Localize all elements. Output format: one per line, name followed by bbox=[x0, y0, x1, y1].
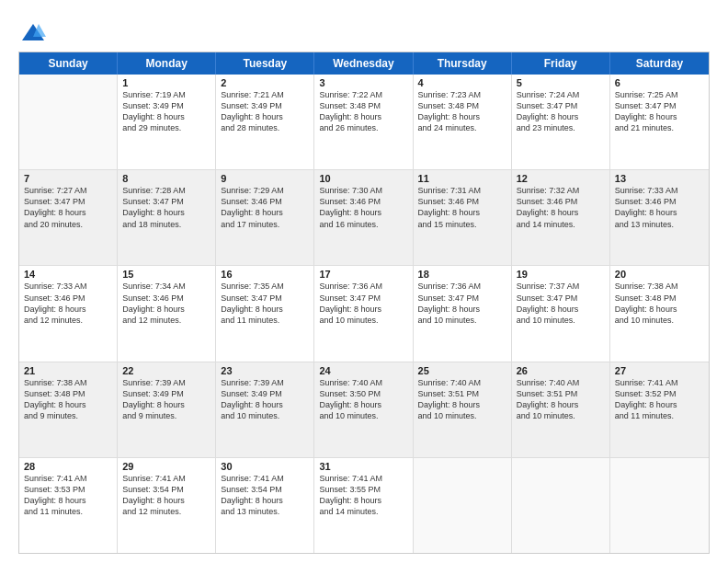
day-info: Sunrise: 7:36 AM Sunset: 3:47 PM Dayligh… bbox=[418, 281, 506, 326]
logo bbox=[18, 20, 46, 46]
day-info: Sunrise: 7:38 AM Sunset: 3:48 PM Dayligh… bbox=[24, 377, 112, 422]
cal-cell: 30Sunrise: 7:41 AM Sunset: 3:54 PM Dayli… bbox=[216, 458, 314, 553]
day-number: 18 bbox=[418, 269, 506, 280]
cal-cell bbox=[512, 458, 610, 553]
cal-week-1: 1Sunrise: 7:19 AM Sunset: 3:49 PM Daylig… bbox=[19, 75, 709, 170]
cal-cell bbox=[610, 458, 709, 553]
day-number: 2 bbox=[221, 77, 309, 88]
day-number: 14 bbox=[24, 269, 112, 280]
cal-cell: 20Sunrise: 7:38 AM Sunset: 3:48 PM Dayli… bbox=[610, 266, 709, 361]
cal-cell: 18Sunrise: 7:36 AM Sunset: 3:47 PM Dayli… bbox=[414, 266, 512, 361]
cal-header-sunday: Sunday bbox=[19, 52, 118, 75]
cal-week-4: 21Sunrise: 7:38 AM Sunset: 3:48 PM Dayli… bbox=[19, 362, 709, 458]
cal-cell: 9Sunrise: 7:29 AM Sunset: 3:46 PM Daylig… bbox=[216, 170, 314, 265]
cal-cell: 2Sunrise: 7:21 AM Sunset: 3:49 PM Daylig… bbox=[216, 75, 314, 169]
day-number: 7 bbox=[24, 173, 112, 184]
day-number: 4 bbox=[418, 77, 506, 88]
day-info: Sunrise: 7:39 AM Sunset: 3:49 PM Dayligh… bbox=[221, 377, 309, 422]
day-info: Sunrise: 7:23 AM Sunset: 3:48 PM Dayligh… bbox=[418, 89, 506, 134]
cal-cell: 14Sunrise: 7:33 AM Sunset: 3:46 PM Dayli… bbox=[19, 266, 118, 361]
cal-cell: 23Sunrise: 7:39 AM Sunset: 3:49 PM Dayli… bbox=[216, 362, 314, 457]
day-number: 22 bbox=[122, 365, 210, 376]
day-info: Sunrise: 7:19 AM Sunset: 3:49 PM Dayligh… bbox=[122, 89, 210, 134]
day-number: 6 bbox=[615, 77, 704, 88]
cal-cell: 27Sunrise: 7:41 AM Sunset: 3:52 PM Dayli… bbox=[610, 362, 709, 457]
cal-week-5: 28Sunrise: 7:41 AM Sunset: 3:53 PM Dayli… bbox=[19, 458, 709, 553]
cal-cell: 29Sunrise: 7:41 AM Sunset: 3:54 PM Dayli… bbox=[118, 458, 216, 553]
cal-cell: 3Sunrise: 7:22 AM Sunset: 3:48 PM Daylig… bbox=[314, 75, 413, 169]
header bbox=[18, 17, 710, 46]
day-info: Sunrise: 7:32 AM Sunset: 3:46 PM Dayligh… bbox=[517, 185, 605, 230]
day-info: Sunrise: 7:41 AM Sunset: 3:53 PM Dayligh… bbox=[24, 473, 112, 518]
day-info: Sunrise: 7:39 AM Sunset: 3:49 PM Dayligh… bbox=[122, 377, 210, 422]
day-number: 9 bbox=[221, 173, 309, 184]
day-number: 17 bbox=[319, 269, 407, 280]
day-info: Sunrise: 7:34 AM Sunset: 3:46 PM Dayligh… bbox=[122, 281, 210, 326]
cal-cell: 11Sunrise: 7:31 AM Sunset: 3:46 PM Dayli… bbox=[414, 170, 512, 265]
day-info: Sunrise: 7:38 AM Sunset: 3:48 PM Dayligh… bbox=[615, 281, 704, 326]
day-info: Sunrise: 7:22 AM Sunset: 3:48 PM Dayligh… bbox=[319, 89, 407, 134]
cal-cell: 15Sunrise: 7:34 AM Sunset: 3:46 PM Dayli… bbox=[118, 266, 216, 361]
calendar-body: 1Sunrise: 7:19 AM Sunset: 3:49 PM Daylig… bbox=[19, 75, 709, 553]
day-info: Sunrise: 7:27 AM Sunset: 3:47 PM Dayligh… bbox=[24, 185, 112, 230]
cal-cell: 4Sunrise: 7:23 AM Sunset: 3:48 PM Daylig… bbox=[414, 75, 512, 169]
day-info: Sunrise: 7:36 AM Sunset: 3:47 PM Dayligh… bbox=[319, 281, 407, 326]
day-number: 21 bbox=[24, 365, 112, 376]
day-info: Sunrise: 7:41 AM Sunset: 3:54 PM Dayligh… bbox=[221, 473, 309, 518]
cal-cell: 13Sunrise: 7:33 AM Sunset: 3:46 PM Dayli… bbox=[610, 170, 709, 265]
cal-header-monday: Monday bbox=[118, 52, 216, 75]
day-number: 30 bbox=[221, 461, 309, 472]
day-number: 15 bbox=[122, 269, 210, 280]
calendar-header-row: SundayMondayTuesdayWednesdayThursdayFrid… bbox=[19, 52, 709, 75]
day-info: Sunrise: 7:30 AM Sunset: 3:46 PM Dayligh… bbox=[319, 185, 407, 230]
day-info: Sunrise: 7:41 AM Sunset: 3:55 PM Dayligh… bbox=[319, 473, 407, 518]
cal-cell: 12Sunrise: 7:32 AM Sunset: 3:46 PM Dayli… bbox=[512, 170, 610, 265]
day-number: 25 bbox=[418, 365, 506, 376]
cal-header-tuesday: Tuesday bbox=[216, 52, 314, 75]
cal-header-thursday: Thursday bbox=[414, 52, 512, 75]
cal-cell: 1Sunrise: 7:19 AM Sunset: 3:49 PM Daylig… bbox=[118, 75, 216, 169]
page: SundayMondayTuesdayWednesdayThursdayFrid… bbox=[0, 0, 728, 563]
cal-cell: 19Sunrise: 7:37 AM Sunset: 3:47 PM Dayli… bbox=[512, 266, 610, 361]
cal-cell: 16Sunrise: 7:35 AM Sunset: 3:47 PM Dayli… bbox=[216, 266, 314, 361]
cal-week-3: 14Sunrise: 7:33 AM Sunset: 3:46 PM Dayli… bbox=[19, 266, 709, 362]
day-info: Sunrise: 7:28 AM Sunset: 3:47 PM Dayligh… bbox=[122, 185, 210, 230]
day-number: 12 bbox=[517, 173, 605, 184]
day-number: 11 bbox=[418, 173, 506, 184]
cal-cell: 22Sunrise: 7:39 AM Sunset: 3:49 PM Dayli… bbox=[118, 362, 216, 457]
cal-cell: 28Sunrise: 7:41 AM Sunset: 3:53 PM Dayli… bbox=[19, 458, 118, 553]
day-number: 10 bbox=[319, 173, 407, 184]
day-number: 5 bbox=[517, 77, 605, 88]
day-number: 23 bbox=[221, 365, 309, 376]
calendar: SundayMondayTuesdayWednesdayThursdayFrid… bbox=[18, 52, 710, 554]
day-number: 27 bbox=[615, 365, 704, 376]
cal-cell: 5Sunrise: 7:24 AM Sunset: 3:47 PM Daylig… bbox=[512, 75, 610, 169]
day-info: Sunrise: 7:40 AM Sunset: 3:50 PM Dayligh… bbox=[319, 377, 407, 422]
day-number: 13 bbox=[615, 173, 704, 184]
cal-week-2: 7Sunrise: 7:27 AM Sunset: 3:47 PM Daylig… bbox=[19, 170, 709, 266]
day-info: Sunrise: 7:33 AM Sunset: 3:46 PM Dayligh… bbox=[24, 281, 112, 326]
day-number: 29 bbox=[122, 461, 210, 472]
day-info: Sunrise: 7:40 AM Sunset: 3:51 PM Dayligh… bbox=[517, 377, 605, 422]
cal-cell: 8Sunrise: 7:28 AM Sunset: 3:47 PM Daylig… bbox=[118, 170, 216, 265]
day-number: 20 bbox=[615, 269, 704, 280]
day-info: Sunrise: 7:29 AM Sunset: 3:46 PM Dayligh… bbox=[221, 185, 309, 230]
cal-cell: 6Sunrise: 7:25 AM Sunset: 3:47 PM Daylig… bbox=[610, 75, 709, 169]
day-number: 19 bbox=[517, 269, 605, 280]
day-info: Sunrise: 7:33 AM Sunset: 3:46 PM Dayligh… bbox=[615, 185, 704, 230]
cal-cell: 31Sunrise: 7:41 AM Sunset: 3:55 PM Dayli… bbox=[314, 458, 413, 553]
cal-cell: 21Sunrise: 7:38 AM Sunset: 3:48 PM Dayli… bbox=[19, 362, 118, 457]
cal-cell: 26Sunrise: 7:40 AM Sunset: 3:51 PM Dayli… bbox=[512, 362, 610, 457]
cal-header-wednesday: Wednesday bbox=[314, 52, 413, 75]
day-info: Sunrise: 7:35 AM Sunset: 3:47 PM Dayligh… bbox=[221, 281, 309, 326]
day-info: Sunrise: 7:21 AM Sunset: 3:49 PM Dayligh… bbox=[221, 89, 309, 134]
logo-icon bbox=[20, 20, 46, 46]
cal-cell bbox=[19, 75, 118, 169]
day-info: Sunrise: 7:40 AM Sunset: 3:51 PM Dayligh… bbox=[418, 377, 506, 422]
cal-cell bbox=[414, 458, 512, 553]
cal-cell: 17Sunrise: 7:36 AM Sunset: 3:47 PM Dayli… bbox=[314, 266, 413, 361]
day-number: 26 bbox=[517, 365, 605, 376]
day-number: 1 bbox=[122, 77, 210, 88]
cal-cell: 24Sunrise: 7:40 AM Sunset: 3:50 PM Dayli… bbox=[314, 362, 413, 457]
cal-header-saturday: Saturday bbox=[610, 52, 709, 75]
